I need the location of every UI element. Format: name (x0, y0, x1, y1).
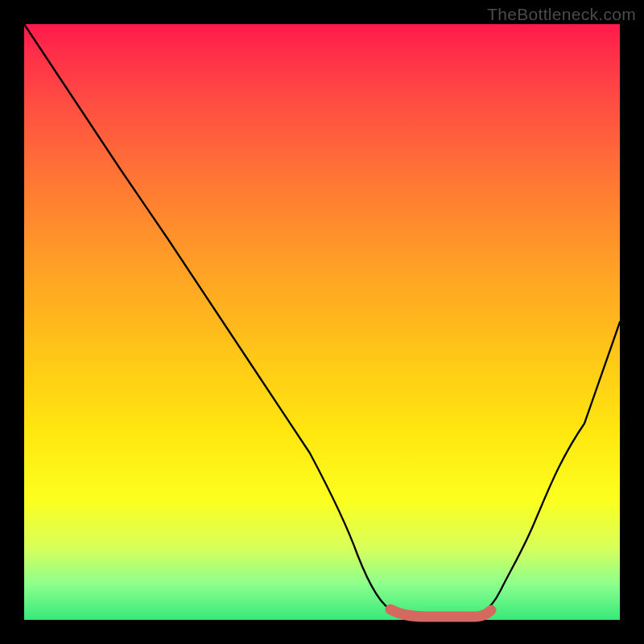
optimal-zone-highlight (390, 609, 491, 617)
watermark-label: TheBottleneck.com (487, 5, 636, 24)
chart-frame: TheBottleneck.com (0, 0, 644, 644)
bottleneck-curve (24, 24, 620, 617)
curve-svg (24, 24, 620, 620)
plot-area (24, 24, 620, 620)
